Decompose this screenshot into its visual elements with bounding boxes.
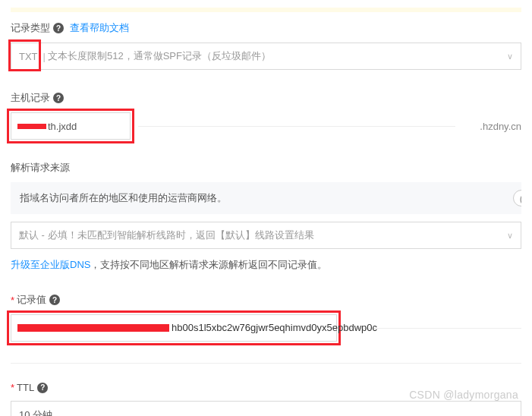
divider bbox=[11, 363, 521, 364]
request-source-label-row: 解析请求来源 bbox=[11, 161, 521, 175]
record-type-label: 记录类型 bbox=[11, 21, 50, 35]
record-value-visible: hb00s1l5xbc2w76gjwr5eqhimvd0yx5epbdwp0c bbox=[172, 322, 377, 333]
record-value-label-row: * 记录值 ? bbox=[11, 293, 521, 307]
help-icon[interactable]: ? bbox=[53, 93, 64, 103]
upgrade-text-row: 升级至企业版DNS，支持按不同地区解析请求来源解析返回不同记录值。 bbox=[11, 258, 521, 272]
help-doc-link[interactable]: 查看帮助文档 bbox=[70, 21, 129, 35]
request-source-info: 指域名访问者所在的地区和使用的运营商网络。 ( bbox=[11, 182, 521, 214]
host-record-label: 主机记录 bbox=[11, 91, 50, 105]
required-indicator: * bbox=[11, 382, 14, 393]
banner-strip bbox=[11, 8, 521, 12]
request-source-group: 解析请求来源 指域名访问者所在的地区和使用的运营商网络。 ( 默认 - 必填！未… bbox=[11, 161, 521, 272]
redaction-mark bbox=[17, 324, 169, 332]
redaction-mark bbox=[17, 124, 46, 129]
upgrade-link[interactable]: 升级至企业版DNS bbox=[11, 259, 90, 270]
record-type-text: 文本长度限制512，通常做SPF记录（反垃圾邮件） bbox=[48, 49, 271, 63]
ttl-value: 10 分钟 bbox=[19, 408, 52, 417]
required-indicator: * bbox=[11, 295, 14, 306]
record-type-label-row: 记录类型 ? 查看帮助文档 bbox=[11, 21, 521, 35]
help-icon[interactable]: ? bbox=[53, 23, 64, 33]
watermark: CSDN @ladymorgana bbox=[409, 389, 518, 401]
host-record-label-row: 主机记录 ? bbox=[11, 91, 521, 105]
info-icon[interactable]: ( bbox=[513, 190, 521, 206]
record-value-group: * 记录值 ? hb00s1l5xbc2w76gjwr5eqhimvd0yx5e… bbox=[11, 293, 521, 342]
record-type-select[interactable]: TXT | 文本长度限制512，通常做SPF记录（反垃圾邮件） ∨ bbox=[11, 43, 521, 70]
ttl-select[interactable]: 10 分钟 bbox=[11, 401, 521, 416]
host-record-group: 主机记录 ? .hzdny.cn bbox=[11, 91, 521, 140]
chevron-down-icon: ∨ bbox=[507, 52, 513, 61]
request-source-text: 默认 - 必填！未匹配到智能解析线路时，返回【默认】线路设置结果 bbox=[19, 228, 314, 242]
request-source-label: 解析请求来源 bbox=[11, 161, 70, 175]
record-type-prefix: TXT bbox=[19, 51, 38, 62]
chevron-down-icon: ∨ bbox=[507, 231, 513, 241]
help-icon[interactable]: ? bbox=[49, 295, 60, 305]
domain-suffix: .hzdny.cn bbox=[480, 121, 521, 132]
request-source-select[interactable]: 默认 - 必填！未匹配到智能解析线路时，返回【默认】线路设置结果 ∨ bbox=[11, 222, 521, 249]
record-type-group: 记录类型 ? 查看帮助文档 TXT | 文本长度限制512，通常做SPF记录（反… bbox=[11, 21, 521, 70]
record-value-label: 记录值 bbox=[17, 293, 46, 307]
ttl-label: TTL bbox=[17, 382, 34, 393]
help-icon[interactable]: ? bbox=[37, 383, 48, 393]
